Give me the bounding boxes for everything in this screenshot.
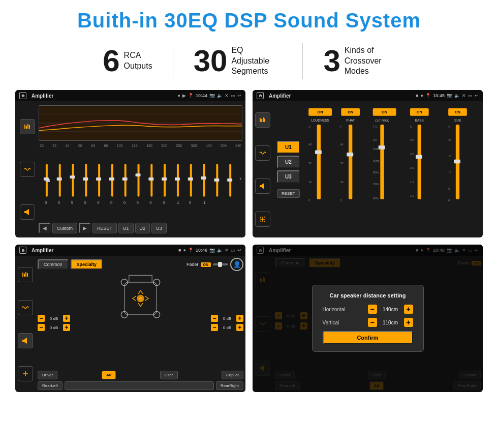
freq-63: 63 [91, 144, 95, 147]
back-icon-2: ↩ [475, 93, 479, 98]
vol-plus-right-top[interactable]: + [236, 315, 243, 322]
square-icon-2: ■ [416, 93, 418, 98]
svg-text:48: 48 [308, 143, 312, 146]
confirm-button[interactable]: Confirm [323, 331, 413, 344]
tab-specialty-3[interactable]: Specialty [71, 259, 103, 270]
horizontal-plus[interactable]: + [404, 305, 413, 314]
home-icon-3[interactable] [19, 247, 26, 254]
stat-eq-number: 30 [194, 46, 228, 76]
u2-button-2[interactable]: U2 [277, 156, 300, 168]
svg-text:F G: F G [372, 126, 377, 129]
vol-label-left-top: 0 dB [46, 316, 61, 321]
rearleft-btn-3[interactable]: RearLeft [38, 381, 63, 390]
eq-icon-3[interactable] [18, 267, 33, 282]
vol-plus-right-bot[interactable]: + [236, 324, 243, 331]
speaker-tabs: Common Specialty [38, 259, 103, 270]
stat-rca-number: 6 [103, 46, 119, 76]
vol-minus-left-bot[interactable]: − [38, 324, 45, 331]
svg-rect-26 [70, 175, 75, 178]
play-icon-1: ▶ [182, 93, 186, 98]
svg-rect-37 [214, 178, 219, 182]
vol-minus-right-top[interactable]: − [211, 315, 218, 322]
custom-button[interactable]: Custom [52, 223, 77, 233]
speaker-sidebar [15, 256, 36, 392]
next-button[interactable]: ▶ [79, 223, 91, 233]
status-icons-2: ■ ● 📍 10:45 📷 🔈 ✕ ▭ ↩ [416, 93, 479, 98]
rearright-btn-3[interactable]: RearRight [216, 381, 243, 390]
svg-text:G: G [410, 126, 412, 129]
home-icon-1[interactable] [19, 92, 26, 99]
freq-125: 125 [132, 144, 138, 147]
driver-btn-3[interactable]: Driver [38, 371, 57, 379]
status-time-2: 10:45 [433, 93, 445, 98]
vol-row-right-top: − 0 dB + [211, 315, 243, 322]
svg-rect-105 [454, 160, 460, 163]
svg-rect-3 [29, 125, 30, 129]
vol-plus-left-bot[interactable]: + [63, 324, 70, 331]
status-bar-1: Amplifier ● ▶ 📍 10:44 📷 🔈 ✕ ▭ ↩ [15, 90, 245, 101]
u1-button-1[interactable]: U1 [118, 223, 134, 233]
u2-button-1[interactable]: U2 [135, 223, 150, 233]
screenshot-speaker: Amplifier ■ ● 📍 10:46 📷 🔈 ✕ ▭ ↩ [15, 245, 245, 392]
svg-text:»: » [239, 175, 241, 182]
home-icon-2[interactable] [257, 92, 264, 99]
reset-button-2[interactable]: RESET [277, 189, 300, 198]
wave-icon[interactable] [20, 162, 35, 177]
car-diagram-3 [74, 273, 207, 324]
vol-minus-right-bot[interactable]: − [211, 324, 218, 331]
vol-plus-left-top[interactable]: + [63, 315, 70, 322]
vertical-minus[interactable]: − [368, 318, 377, 327]
svg-text:2.5: 2.5 [410, 153, 414, 156]
copilot-btn-3[interactable]: Copilot [222, 371, 243, 379]
svg-text:64: 64 [340, 143, 343, 146]
u1-button-2[interactable]: U1 [277, 141, 300, 154]
svg-rect-25 [57, 177, 62, 181]
reset-button-1[interactable]: RESET [92, 223, 117, 233]
vol-minus-left-top[interactable]: − [38, 315, 45, 322]
freq-200: 200 [161, 144, 167, 147]
stat-eq: 30 EQ AdjustableSegments [173, 45, 303, 77]
svg-rect-33 [162, 177, 167, 181]
speaker-icon[interactable] [20, 204, 35, 220]
svg-rect-24 [44, 177, 49, 181]
tab-common-3[interactable]: Common [38, 259, 69, 270]
prev-button[interactable]: ◀ [39, 223, 51, 233]
vertical-plus[interactable]: + [404, 318, 413, 327]
eq-icon[interactable] [20, 119, 35, 134]
svg-rect-62 [315, 151, 322, 154]
settings-icon-3[interactable]: 👤 [230, 258, 243, 271]
svg-rect-29 [109, 177, 114, 181]
svg-point-125 [139, 297, 142, 300]
arrows-icon-3[interactable] [18, 366, 33, 381]
svg-text:BASS: BASS [415, 118, 423, 122]
u3-button-1[interactable]: U3 [151, 223, 167, 233]
page-title: Buith-in 30EQ DSP Sound System [15, 9, 483, 32]
svg-text:SUB: SUB [454, 118, 461, 122]
x-icon-2: ✕ [462, 93, 466, 98]
speaker-icon-2[interactable] [255, 178, 270, 194]
fader-toggle-3[interactable]: ON [201, 262, 211, 267]
eq-main: 25 32 40 50 63 80 100 125 160 200 250 32… [38, 103, 243, 235]
user-btn-3[interactable]: User [160, 371, 178, 379]
wave-icon-3[interactable] [18, 300, 33, 315]
distance-dialog: Car speaker distance setting Horizontal … [312, 285, 424, 352]
arrows-icon-2[interactable] [255, 212, 270, 227]
svg-text:0: 0 [163, 200, 165, 205]
svg-text:90Hz: 90Hz [372, 159, 379, 162]
volume-icon-1: 🔈 [217, 93, 223, 98]
u3-button-2[interactable]: U3 [277, 170, 300, 183]
all-btn-3[interactable]: All [102, 371, 116, 379]
eq-icon-2[interactable] [255, 112, 270, 128]
svg-rect-57 [260, 185, 262, 187]
wave-icon-2[interactable] [255, 145, 270, 161]
eq-controls: ◀ Custom ▶ RESET U1 U2 U3 [39, 223, 242, 233]
svg-text:1.5: 1.5 [410, 181, 414, 184]
horizontal-minus[interactable]: − [368, 305, 377, 314]
speaker-icon-3[interactable] [18, 333, 33, 348]
bottom-btns-3b: RearLeft RearRight [38, 381, 243, 390]
svg-rect-115 [27, 273, 28, 277]
svg-rect-4 [24, 211, 26, 213]
svg-text:1.0: 1.0 [410, 194, 414, 197]
svg-text:0: 0 [123, 200, 126, 205]
back-icon-1: ↩ [237, 93, 241, 98]
